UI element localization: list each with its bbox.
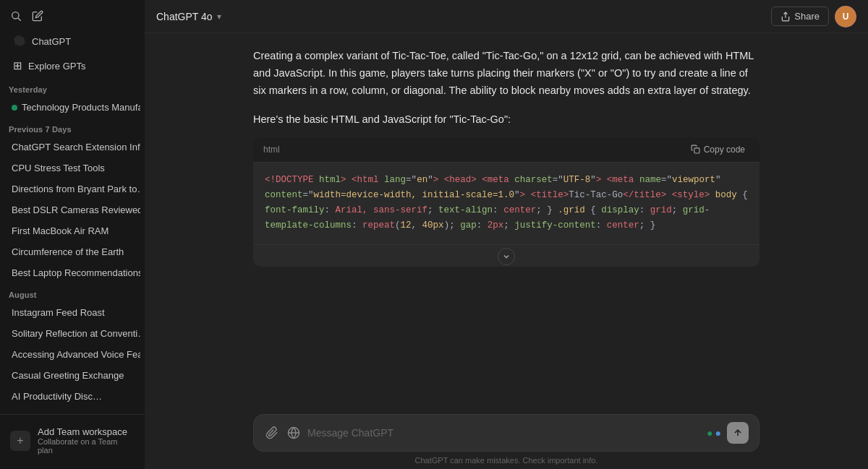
svg-rect-3 — [694, 148, 699, 153]
header-right: Share U — [771, 6, 856, 27]
sidebar-item-circumference[interactable]: Circumference of the Earth — [4, 242, 140, 262]
copy-label: Copy code — [704, 145, 745, 155]
attach-button[interactable] — [264, 425, 280, 441]
scroll-down-button[interactable] — [498, 248, 515, 265]
add-team-icon: + — [10, 431, 30, 451]
add-team-subtitle: Collaborate on a Team plan — [38, 437, 135, 455]
item-label: Casual Greeting Exchange — [12, 370, 124, 381]
mic-icon-blue: ● — [715, 427, 721, 439]
input-area: ● ● ChatGPT can make mistakes. Check imp… — [145, 407, 868, 469]
sidebar-item-casual-greeting[interactable]: Casual Greeting Exchange — [4, 366, 140, 385]
sidebar-item-chatgpt[interactable]: ChatGPT — [4, 30, 140, 53]
input-box: ● ● — [253, 414, 760, 452]
message-input[interactable] — [307, 427, 701, 439]
message-container: Creating a complex variant of Tic-Tac-To… — [253, 48, 760, 267]
avatar-initials: U — [835, 6, 856, 27]
sidebar-item-explore[interactable]: ⊞ Explore GPTs — [4, 54, 140, 77]
model-name: ChatGPT 4o — [156, 11, 213, 22]
header: ChatGPT 4o ▾ Share U — [145, 0, 868, 33]
message-text-1: Creating a complex variant of Tic-Tac-To… — [253, 48, 760, 100]
chevron-down-icon[interactable]: ▾ — [217, 12, 221, 22]
send-button[interactable] — [727, 422, 749, 444]
item-label: Instagram Feed Roast — [12, 307, 105, 318]
edit-button[interactable] — [29, 7, 46, 25]
sidebar-bottom: + Add Team workspace Collaborate on a Te… — [0, 414, 145, 463]
sidebar-item-advanced-voice[interactable]: Accessing Advanced Voice Fea… — [4, 345, 140, 364]
item-label: ChatGPT Search Extension Info — [12, 142, 140, 152]
sidebar-item-best-dslr[interactable]: Best DSLR Cameras Reviewed — [4, 200, 140, 220]
sidebar-item-tech-products[interactable]: Technology Products Manufac… — [4, 98, 140, 117]
dot-indicator — [12, 105, 17, 111]
sidebar-item-best-laptop[interactable]: Best Laptop Recommendations — [4, 263, 140, 283]
code-header: html Copy code — [253, 137, 760, 163]
svg-line-1 — [18, 18, 21, 21]
share-label: Share — [794, 11, 820, 22]
item-label: Solitary Reflection at Conventi… — [12, 328, 140, 339]
item-label: Best Laptop Recommendations — [12, 267, 140, 278]
header-left: ChatGPT 4o ▾ — [156, 11, 221, 22]
item-label: Circumference of the Earth — [12, 246, 124, 257]
section-prev7: Previous 7 Days — [0, 118, 145, 137]
sidebar-item-directions-bryant[interactable]: Directions from Bryant Park to… — [4, 179, 140, 199]
svg-point-0 — [12, 12, 19, 19]
chatgpt-icon — [13, 35, 26, 48]
code-block: html Copy code <!DOCTYPE html> <html lan… — [253, 137, 760, 267]
item-label: AI Productivity Disc… — [12, 391, 102, 402]
item-label: CPU Stress Test Tools — [12, 163, 105, 173]
copy-code-button[interactable]: Copy code — [686, 143, 749, 156]
sidebar-item-instagram-feed[interactable]: Instagram Feed Roast — [4, 303, 140, 322]
share-button[interactable]: Share — [771, 7, 829, 26]
sidebar-icons — [7, 7, 46, 25]
disclaimer-text: ChatGPT can make mistakes. Check importa… — [415, 456, 598, 465]
code-lang: html — [263, 145, 280, 155]
avatar[interactable]: U — [835, 6, 856, 27]
explore-icon: ⊞ — [13, 59, 22, 72]
mic-icon-green: ● — [707, 427, 712, 439]
mic-icons: ● ● — [707, 427, 721, 439]
item-label: Directions from Bryant Park to… — [12, 184, 140, 194]
item-label: First MacBook Air RAM — [12, 225, 109, 236]
add-team-title: Add Team workspace — [38, 426, 135, 437]
section-yesterday: Yesterday — [0, 78, 145, 97]
sidebar-item-cpu-stress[interactable]: CPU Stress Test Tools — [4, 158, 140, 178]
sidebar-top — [0, 0, 145, 29]
main-panel: ChatGPT 4o ▾ Share U Creating a complex … — [145, 0, 868, 469]
section-august: August — [0, 283, 145, 302]
explore-label: Explore GPTs — [28, 61, 85, 72]
content-area: Creating a complex variant of Tic-Tac-To… — [145, 33, 868, 407]
message-subtext: Here's the basic HTML and JavaScript for… — [253, 111, 760, 129]
chatgpt-label: ChatGPT — [32, 36, 71, 47]
globe-button[interactable] — [286, 425, 302, 441]
sidebar-item-ai-productivity[interactable]: AI Productivity Disc… — [4, 387, 140, 406]
item-label: Accessing Advanced Voice Fea… — [12, 349, 140, 360]
sidebar-item-first-macbook[interactable]: First MacBook Air RAM — [4, 221, 140, 241]
sidebar-item-chatgpt-search[interactable]: ChatGPT Search Extension Info — [4, 137, 140, 157]
scroll-down-indicator — [253, 244, 760, 267]
sidebar: ChatGPT ⊞ Explore GPTs Yesterday Technol… — [0, 0, 145, 469]
code-body[interactable]: <!DOCTYPE html> <html lang="en"> <head> … — [253, 163, 760, 244]
item-label: Best DSLR Cameras Reviewed — [12, 205, 140, 215]
add-team-workspace-button[interactable]: + Add Team workspace Collaborate on a Te… — [4, 421, 140, 460]
search-button[interactable] — [7, 7, 25, 25]
add-team-text: Add Team workspace Collaborate on a Team… — [38, 426, 135, 455]
item-label: Technology Products Manufac… — [22, 102, 140, 113]
sidebar-item-solitary-reflection[interactable]: Solitary Reflection at Conventi… — [4, 324, 140, 343]
